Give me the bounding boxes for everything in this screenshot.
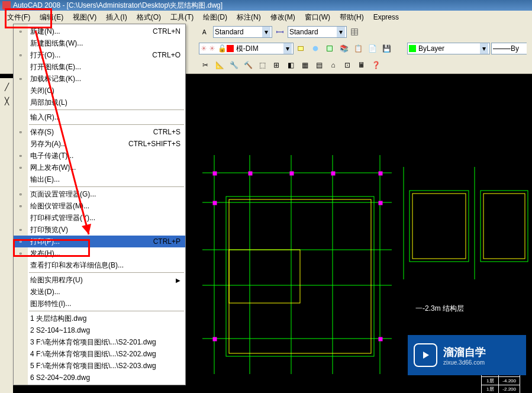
file-menu-item[interactable]: ▫保存(S)CTRL+S — [14, 126, 185, 138]
layer-tool-6[interactable]: 💾 — [380, 42, 393, 55]
file-menu-item[interactable]: ▫打印(P)...CTRL+P — [14, 236, 185, 247]
menu-item-shortcut: CTRL+N — [153, 27, 180, 36]
layer-tool-4[interactable]: 📋 — [352, 42, 365, 55]
layer-name: 模-DIM — [236, 44, 259, 54]
menu-tools[interactable]: 工具(T) — [166, 11, 198, 24]
tool-f[interactable]: ⊞ — [270, 59, 283, 72]
color-swatch — [409, 45, 416, 52]
tool-k[interactable]: ⊡ — [341, 59, 354, 72]
file-menu-item[interactable]: ▫绘图仪管理器(M)... — [14, 200, 185, 212]
file-menu-item[interactable]: ▫页面设置管理器(G)... — [14, 188, 185, 200]
svg-rect-18 — [213, 172, 217, 175]
tool-b[interactable]: 📐 — [213, 59, 226, 72]
tool-d[interactable]: 🔨 — [241, 59, 254, 72]
menu-help[interactable]: 帮助(H) — [335, 11, 369, 24]
file-menu-item[interactable]: 图形特性(I)... — [14, 298, 185, 310]
layer-tool-2[interactable] — [323, 42, 336, 55]
file-menu-item[interactable]: ▫打开(O)...CTRL+O — [14, 49, 185, 61]
file-menu-item[interactable]: 输出(E)... — [14, 173, 185, 185]
tool-i[interactable]: ▤ — [312, 59, 325, 72]
menu-item-label: 打印预览(V) — [30, 225, 68, 235]
layerprev-button[interactable] — [295, 42, 308, 55]
layer-tool-1[interactable] — [309, 42, 322, 55]
tool-j[interactable]: ⌂ — [327, 59, 340, 72]
file-menu-item[interactable]: 6 S2-204~209.dwg — [14, 372, 185, 384]
file-menu-item[interactable]: 5 F:\亳州体育馆项目图纸\...\S2-203.dwg — [14, 360, 185, 372]
tool-c[interactable]: 🔧 — [227, 59, 240, 72]
menu-item-label: 打印样式管理器(Y)... — [30, 213, 95, 223]
menu-view[interactable]: 视图(V) — [68, 11, 101, 24]
dimstyle-button[interactable] — [273, 25, 286, 38]
line-tool[interactable]: ╱ — [0, 80, 13, 94]
file-menu-item[interactable]: ▫电子传递(T)... — [14, 150, 185, 162]
layer-combo[interactable]: ☀ ☀ 🔓 模-DIM ▾ — [199, 43, 294, 54]
menu-item-label: 打开图纸集(E)... — [30, 62, 81, 72]
file-menu-item[interactable]: 4 F:\亳州体育馆项目图纸\...\S2-202.dwg — [14, 348, 185, 360]
file-menu-item[interactable]: 局部加载(L) — [14, 96, 185, 108]
svg-rect-19 — [249, 172, 252, 175]
menu-modify[interactable]: 修改(M) — [266, 11, 300, 24]
load-icon: ▫ — [16, 74, 25, 83]
tool-h[interactable]: ▦ — [298, 59, 311, 72]
tool-a[interactable]: ✂ — [199, 59, 212, 72]
file-menu-item[interactable]: 打印样式管理器(Y)... — [14, 212, 185, 224]
window-titlebar: AutoCAD 2008 - [C:\Users\Administrator\D… — [0, 0, 532, 11]
svg-rect-4 — [327, 46, 333, 51]
menu-express[interactable]: Express — [369, 12, 404, 22]
file-menu-item[interactable]: 新建图纸集(W)... — [14, 37, 185, 49]
file-menu-item[interactable]: 3 F:\亳州体育馆项目图纸\...\S2-201.dwg — [14, 336, 185, 348]
file-menu-item[interactable]: 输入(R)... — [14, 111, 185, 123]
folder-open-icon: ▫ — [16, 50, 25, 60]
menu-dimension[interactable]: 标注(N) — [232, 11, 266, 24]
submenu-arrow-icon: ▶ — [176, 277, 180, 284]
menu-file[interactable]: 文件(F) — [2, 11, 35, 24]
layer-tool-3[interactable]: 📚 — [337, 42, 350, 55]
annotation-label: 一-2.3m 结构层 — [415, 304, 464, 313]
file-menu-item[interactable]: 查看打印和发布详细信息(B)... — [14, 259, 185, 271]
file-menu-item[interactable]: 1 夹层结构图.dwg — [14, 313, 185, 324]
file-menu-item[interactable]: 绘图实用程序(U)▶ — [14, 274, 185, 286]
textstyle-button[interactable]: A — [199, 25, 212, 38]
app-icon — [2, 1, 11, 9]
file-menu-item[interactable]: ▫网上发布(W)... — [14, 162, 185, 173]
menu-edit[interactable]: 编辑(E) — [35, 11, 68, 24]
page-setup-icon: ▫ — [16, 189, 25, 199]
dim-style-combo[interactable]: Standard ▾ — [288, 26, 347, 38]
file-menu-item[interactable]: ▫加载标记集(K)... — [14, 73, 185, 85]
menu-item-label: 发送(D)... — [30, 287, 60, 297]
save-icon: ▫ — [16, 127, 25, 137]
menu-draw[interactable]: 绘图(D) — [198, 11, 232, 24]
text-style-combo[interactable]: Standard ▾ — [213, 26, 272, 38]
svg-rect-25 — [213, 337, 217, 341]
file-menu-item[interactable]: 关闭(C) — [14, 85, 185, 96]
tool-help[interactable]: ❓ — [369, 59, 382, 72]
tablestyle-button[interactable] — [348, 25, 361, 38]
file-menu-item[interactable]: 另存为(A)...CTRL+SHIFT+S — [14, 138, 185, 150]
menu-item-label: 4 F:\亳州体育馆项目图纸\...\S2-202.dwg — [30, 349, 156, 359]
menu-insert[interactable]: 插入(I) — [101, 11, 131, 24]
file-menu-item[interactable]: 打开图纸集(E)... — [14, 61, 185, 73]
layer-tool-5[interactable]: 📄 — [366, 42, 379, 55]
color-combo[interactable]: ByLayer ▾ — [407, 43, 490, 54]
tool-e[interactable]: ⬚ — [256, 59, 269, 72]
chevron-down-icon: ▾ — [337, 27, 345, 37]
menu-item-label: 页面设置管理器(G)... — [30, 189, 96, 199]
file-menu-item[interactable]: 发送(D)... — [14, 286, 185, 298]
menu-item-label: 打印(P)... — [30, 237, 60, 247]
menu-item-shortcut: CTRL+P — [153, 237, 180, 246]
file-menu-item[interactable]: ▫打印预览(V) — [14, 224, 185, 236]
tool-g[interactable]: ◧ — [284, 59, 297, 72]
menu-item-shortcut: CTRL+SHIFT+S — [128, 140, 180, 148]
menu-window[interactable]: 窗口(W) — [300, 11, 335, 24]
file-menu-item[interactable]: ▫新建(N)...CTRL+N — [14, 25, 185, 37]
chevron-down-icon: ▾ — [262, 27, 270, 37]
xline-tool[interactable]: ╳ — [0, 95, 13, 108]
menu-format[interactable]: 格式(O) — [132, 11, 166, 24]
file-menu-item[interactable]: 2 S2-104~118.dwg — [14, 324, 185, 336]
linetype-value: By — [511, 44, 519, 53]
doc-new-icon: ▫ — [16, 27, 25, 36]
chevron-down-icon: ▾ — [480, 43, 488, 54]
file-menu-item[interactable]: ▫发布(H)... — [14, 247, 185, 259]
tool-l[interactable]: 🖩 — [355, 59, 368, 72]
linetype-combo[interactable]: By — [491, 43, 527, 54]
